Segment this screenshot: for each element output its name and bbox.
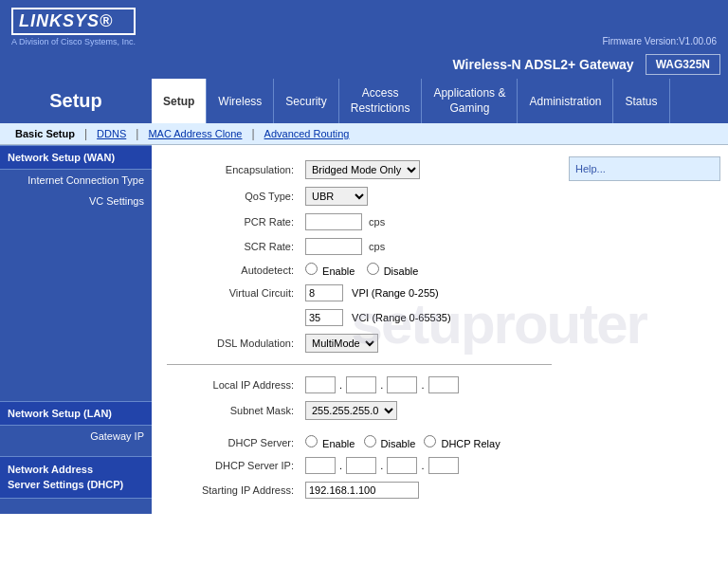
- help-panel: Help...: [569, 156, 720, 181]
- virtual-circuit-vpi-row: Virtual Circuit: VPI (Range 0-255): [167, 281, 552, 305]
- lan-form: Local IP Address: . . . Subnet Mask: 255…: [167, 373, 552, 502]
- pcr-input[interactable]: [305, 213, 362, 230]
- tab-wireless[interactable]: Wireless: [207, 79, 274, 123]
- subtab-advanced-routing[interactable]: Advanced Routing: [257, 126, 357, 141]
- sidebar: Network Setup (WAN) Internet Connection …: [0, 145, 152, 514]
- starting-ip-input[interactable]: [305, 482, 419, 499]
- dhcp-server-label: DHCP Server:: [167, 431, 300, 453]
- main-layout: Network Setup (WAN) Internet Connection …: [0, 145, 728, 514]
- sub-nav: Basic Setup | DDNS | MAC Address Clone |…: [0, 123, 728, 145]
- pcr-cps: cps: [369, 216, 385, 228]
- sidebar-item-gateway-ip[interactable]: Gateway IP: [0, 426, 152, 447]
- scr-input[interactable]: [305, 238, 362, 255]
- dhcp-relay-radio[interactable]: [424, 435, 436, 447]
- tab-setup[interactable]: Setup: [152, 79, 207, 123]
- model-badge: WAG325N: [646, 54, 720, 75]
- dsl-modulation-row: DSL Modulation: MultiMode ADSL2+ ADSL2 G…: [167, 330, 552, 356]
- local-ip-row: Local IP Address: . . .: [167, 373, 552, 397]
- vci-input[interactable]: [305, 309, 343, 326]
- virtual-circuit-vci-row: VCI (Range 0-65535): [167, 305, 552, 330]
- vpi-input[interactable]: [305, 284, 343, 301]
- encapsulation-label: Encapsulation:: [167, 156, 300, 183]
- content-area: setuprouter Help... Encapsulation: Bridg…: [152, 145, 728, 514]
- sidebar-item-connection-type[interactable]: Internet Connection Type: [0, 170, 152, 191]
- scr-row: SCR Rate: cps: [167, 234, 552, 259]
- wan-form: Encapsulation: Bridged Mode Only PPPoE P…: [167, 156, 552, 356]
- sidebar-section-wan: Network Setup (WAN): [0, 145, 152, 170]
- tab-administration[interactable]: Administration: [518, 79, 613, 123]
- dsl-modulation-label: DSL Modulation:: [167, 330, 300, 356]
- tab-security[interactable]: Security: [274, 79, 338, 123]
- encapsulation-select[interactable]: Bridged Mode Only PPPoE PPPoA RFC1483 Ro…: [305, 160, 420, 179]
- vpi-label: VPI (Range 0-255): [352, 287, 439, 299]
- qos-label: QoS Type:: [167, 183, 300, 210]
- dhcp-server-row: DHCP Server: Enable Disable DHCP Relay: [167, 431, 552, 453]
- subtab-basic-setup[interactable]: Basic Setup: [8, 126, 82, 141]
- subtab-ddns[interactable]: DDNS: [89, 126, 134, 141]
- dhcp-disable-radio[interactable]: [364, 435, 376, 447]
- dhcp-server-ip-row: DHCP Server IP: . . .: [167, 453, 552, 478]
- local-ip-1[interactable]: [305, 376, 336, 393]
- linksys-logo: LINKSYS®: [11, 8, 136, 35]
- virtual-circuit-label: Virtual Circuit:: [167, 281, 300, 305]
- local-ip-2[interactable]: [346, 376, 376, 393]
- subnet-mask-select[interactable]: 255.255.255.0 255.255.0.0 255.0.0.0: [305, 401, 397, 420]
- dhcp-ip-1[interactable]: [305, 457, 336, 474]
- autodetect-label: Autodetect:: [167, 259, 300, 281]
- dhcp-relay-label: DHCP Relay: [441, 438, 500, 449]
- qos-row: QoS Type: UBR CBR VBR-rt VBR-nrt: [167, 183, 552, 210]
- dhcp-enable-radio[interactable]: [305, 435, 318, 447]
- dhcp-disable-label: Disable: [381, 438, 416, 449]
- subnet-mask-label: Subnet Mask:: [167, 397, 300, 424]
- tab-status[interactable]: Status: [613, 79, 669, 123]
- encapsulation-value: Bridged Mode Only PPPoE PPPoA RFC1483 Ro…: [300, 156, 552, 183]
- dsl-modulation-select[interactable]: MultiMode ADSL2+ ADSL2 G.DMT T1.413: [305, 334, 378, 353]
- scr-label: SCR Rate:: [167, 234, 300, 259]
- subnet-mask-row: Subnet Mask: 255.255.255.0 255.255.0.0 2…: [167, 397, 552, 424]
- qos-select[interactable]: UBR CBR VBR-rt VBR-nrt: [305, 187, 368, 206]
- logo-area: LINKSYS® A Division of Cisco Systems, In…: [0, 0, 728, 50]
- sidebar-section-dhcp: Network AddressServer Settings (DHCP): [0, 456, 152, 499]
- pcr-label: PCR Rate:: [167, 210, 300, 234]
- autodetect-enable-radio[interactable]: [305, 263, 318, 275]
- dhcp-server-ip-label: DHCP Server IP:: [167, 453, 300, 478]
- help-label: Help...: [575, 163, 606, 174]
- local-ip-label: Local IP Address:: [167, 373, 300, 397]
- pcr-row: PCR Rate: cps: [167, 210, 552, 234]
- vci-label: VCI (Range 0-65535): [352, 312, 451, 323]
- local-ip-3[interactable]: [387, 376, 417, 393]
- tab-access-restrictions[interactable]: AccessRestrictions: [339, 79, 423, 123]
- starting-ip-label: Starting IP Address:: [167, 478, 300, 502]
- section-divider-1: [167, 364, 552, 365]
- local-ip-4[interactable]: [428, 376, 459, 393]
- subtab-mac-address-clone[interactable]: MAC Address Clone: [140, 126, 249, 141]
- dhcp-ip-4[interactable]: [428, 457, 459, 474]
- qos-value: UBR CBR VBR-rt VBR-nrt: [300, 183, 552, 210]
- autodetect-row: Autodetect: Enable Disable: [167, 259, 552, 281]
- linksys-sub: A Division of Cisco Systems, Inc.: [11, 37, 136, 46]
- product-title: Wireless-N ADSL2+ Gateway: [452, 57, 633, 72]
- dhcp-ip-3[interactable]: [387, 457, 417, 474]
- autodetect-disable-radio[interactable]: [367, 263, 379, 275]
- autodetect-enable-label: Enable: [322, 265, 355, 277]
- page-title: Setup: [49, 90, 102, 112]
- scr-cps: cps: [369, 241, 385, 252]
- encapsulation-row: Encapsulation: Bridged Mode Only PPPoE P…: [167, 156, 552, 183]
- sidebar-section-lan: Network Setup (LAN): [0, 401, 152, 426]
- firmware-info: Firmware Version:V1.00.06: [602, 36, 717, 46]
- tab-applications-gaming[interactable]: Applications &Gaming: [422, 79, 518, 123]
- starting-ip-row: Starting IP Address:: [167, 478, 552, 502]
- dhcp-enable-label: Enable: [322, 438, 355, 449]
- dhcp-ip-2[interactable]: [346, 457, 376, 474]
- sidebar-item-vc-settings[interactable]: VC Settings: [0, 191, 152, 211]
- autodetect-disable-label: Disable: [384, 265, 419, 277]
